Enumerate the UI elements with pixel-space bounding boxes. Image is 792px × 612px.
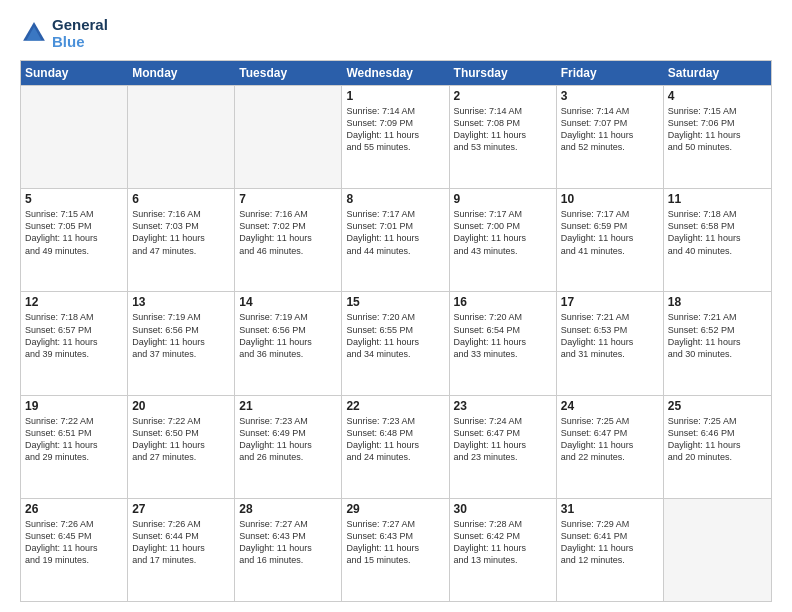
day-cell: 14Sunrise: 7:19 AM Sunset: 6:56 PM Dayli… bbox=[235, 292, 342, 394]
day-cell: 25Sunrise: 7:25 AM Sunset: 6:46 PM Dayli… bbox=[664, 396, 771, 498]
day-info: Sunrise: 7:19 AM Sunset: 6:56 PM Dayligh… bbox=[239, 311, 337, 360]
day-info: Sunrise: 7:24 AM Sunset: 6:47 PM Dayligh… bbox=[454, 415, 552, 464]
day-number: 3 bbox=[561, 89, 659, 103]
day-cell: 8Sunrise: 7:17 AM Sunset: 7:01 PM Daylig… bbox=[342, 189, 449, 291]
day-info: Sunrise: 7:15 AM Sunset: 7:06 PM Dayligh… bbox=[668, 105, 767, 154]
day-info: Sunrise: 7:16 AM Sunset: 7:03 PM Dayligh… bbox=[132, 208, 230, 257]
logo: General Blue bbox=[20, 16, 108, 50]
day-number: 9 bbox=[454, 192, 552, 206]
day-cell bbox=[235, 86, 342, 188]
day-number: 14 bbox=[239, 295, 337, 309]
day-cell: 30Sunrise: 7:28 AM Sunset: 6:42 PM Dayli… bbox=[450, 499, 557, 601]
day-cell: 9Sunrise: 7:17 AM Sunset: 7:00 PM Daylig… bbox=[450, 189, 557, 291]
day-cell: 6Sunrise: 7:16 AM Sunset: 7:03 PM Daylig… bbox=[128, 189, 235, 291]
day-info: Sunrise: 7:25 AM Sunset: 6:46 PM Dayligh… bbox=[668, 415, 767, 464]
day-info: Sunrise: 7:22 AM Sunset: 6:51 PM Dayligh… bbox=[25, 415, 123, 464]
day-cell: 22Sunrise: 7:23 AM Sunset: 6:48 PM Dayli… bbox=[342, 396, 449, 498]
day-number: 13 bbox=[132, 295, 230, 309]
day-number: 24 bbox=[561, 399, 659, 413]
day-number: 17 bbox=[561, 295, 659, 309]
day-number: 28 bbox=[239, 502, 337, 516]
day-number: 30 bbox=[454, 502, 552, 516]
day-info: Sunrise: 7:14 AM Sunset: 7:07 PM Dayligh… bbox=[561, 105, 659, 154]
day-cell: 1Sunrise: 7:14 AM Sunset: 7:09 PM Daylig… bbox=[342, 86, 449, 188]
day-info: Sunrise: 7:21 AM Sunset: 6:52 PM Dayligh… bbox=[668, 311, 767, 360]
day-number: 7 bbox=[239, 192, 337, 206]
day-header: Saturday bbox=[664, 61, 771, 85]
day-info: Sunrise: 7:17 AM Sunset: 7:01 PM Dayligh… bbox=[346, 208, 444, 257]
day-info: Sunrise: 7:18 AM Sunset: 6:58 PM Dayligh… bbox=[668, 208, 767, 257]
day-info: Sunrise: 7:27 AM Sunset: 6:43 PM Dayligh… bbox=[346, 518, 444, 567]
day-header: Monday bbox=[128, 61, 235, 85]
day-header: Wednesday bbox=[342, 61, 449, 85]
day-number: 16 bbox=[454, 295, 552, 309]
week-row: 26Sunrise: 7:26 AM Sunset: 6:45 PM Dayli… bbox=[21, 498, 771, 601]
week-row: 12Sunrise: 7:18 AM Sunset: 6:57 PM Dayli… bbox=[21, 291, 771, 394]
day-number: 31 bbox=[561, 502, 659, 516]
day-number: 5 bbox=[25, 192, 123, 206]
day-info: Sunrise: 7:14 AM Sunset: 7:08 PM Dayligh… bbox=[454, 105, 552, 154]
day-number: 27 bbox=[132, 502, 230, 516]
day-cell: 13Sunrise: 7:19 AM Sunset: 6:56 PM Dayli… bbox=[128, 292, 235, 394]
day-info: Sunrise: 7:19 AM Sunset: 6:56 PM Dayligh… bbox=[132, 311, 230, 360]
day-number: 20 bbox=[132, 399, 230, 413]
day-info: Sunrise: 7:23 AM Sunset: 6:48 PM Dayligh… bbox=[346, 415, 444, 464]
logo-icon bbox=[20, 19, 48, 47]
day-header: Sunday bbox=[21, 61, 128, 85]
day-cell: 11Sunrise: 7:18 AM Sunset: 6:58 PM Dayli… bbox=[664, 189, 771, 291]
day-cell: 7Sunrise: 7:16 AM Sunset: 7:02 PM Daylig… bbox=[235, 189, 342, 291]
day-number: 6 bbox=[132, 192, 230, 206]
day-cell: 5Sunrise: 7:15 AM Sunset: 7:05 PM Daylig… bbox=[21, 189, 128, 291]
day-number: 21 bbox=[239, 399, 337, 413]
day-cell: 2Sunrise: 7:14 AM Sunset: 7:08 PM Daylig… bbox=[450, 86, 557, 188]
header: General Blue bbox=[20, 16, 772, 50]
day-cell: 16Sunrise: 7:20 AM Sunset: 6:54 PM Dayli… bbox=[450, 292, 557, 394]
week-row: 5Sunrise: 7:15 AM Sunset: 7:05 PM Daylig… bbox=[21, 188, 771, 291]
day-cell: 26Sunrise: 7:26 AM Sunset: 6:45 PM Dayli… bbox=[21, 499, 128, 601]
day-header: Friday bbox=[557, 61, 664, 85]
day-cell: 23Sunrise: 7:24 AM Sunset: 6:47 PM Dayli… bbox=[450, 396, 557, 498]
day-number: 1 bbox=[346, 89, 444, 103]
day-number: 12 bbox=[25, 295, 123, 309]
day-info: Sunrise: 7:21 AM Sunset: 6:53 PM Dayligh… bbox=[561, 311, 659, 360]
week-row: 19Sunrise: 7:22 AM Sunset: 6:51 PM Dayli… bbox=[21, 395, 771, 498]
day-cell: 18Sunrise: 7:21 AM Sunset: 6:52 PM Dayli… bbox=[664, 292, 771, 394]
day-info: Sunrise: 7:22 AM Sunset: 6:50 PM Dayligh… bbox=[132, 415, 230, 464]
day-number: 4 bbox=[668, 89, 767, 103]
day-number: 26 bbox=[25, 502, 123, 516]
day-info: Sunrise: 7:20 AM Sunset: 6:55 PM Dayligh… bbox=[346, 311, 444, 360]
day-info: Sunrise: 7:14 AM Sunset: 7:09 PM Dayligh… bbox=[346, 105, 444, 154]
day-cell bbox=[664, 499, 771, 601]
day-info: Sunrise: 7:23 AM Sunset: 6:49 PM Dayligh… bbox=[239, 415, 337, 464]
day-info: Sunrise: 7:20 AM Sunset: 6:54 PM Dayligh… bbox=[454, 311, 552, 360]
day-info: Sunrise: 7:28 AM Sunset: 6:42 PM Dayligh… bbox=[454, 518, 552, 567]
day-info: Sunrise: 7:26 AM Sunset: 6:45 PM Dayligh… bbox=[25, 518, 123, 567]
day-number: 18 bbox=[668, 295, 767, 309]
day-cell: 24Sunrise: 7:25 AM Sunset: 6:47 PM Dayli… bbox=[557, 396, 664, 498]
day-number: 10 bbox=[561, 192, 659, 206]
day-cell: 27Sunrise: 7:26 AM Sunset: 6:44 PM Dayli… bbox=[128, 499, 235, 601]
day-cell: 12Sunrise: 7:18 AM Sunset: 6:57 PM Dayli… bbox=[21, 292, 128, 394]
day-info: Sunrise: 7:15 AM Sunset: 7:05 PM Dayligh… bbox=[25, 208, 123, 257]
day-number: 11 bbox=[668, 192, 767, 206]
weeks: 1Sunrise: 7:14 AM Sunset: 7:09 PM Daylig… bbox=[21, 85, 771, 601]
day-info: Sunrise: 7:18 AM Sunset: 6:57 PM Dayligh… bbox=[25, 311, 123, 360]
calendar: SundayMondayTuesdayWednesdayThursdayFrid… bbox=[20, 60, 772, 602]
day-cell: 28Sunrise: 7:27 AM Sunset: 6:43 PM Dayli… bbox=[235, 499, 342, 601]
day-info: Sunrise: 7:29 AM Sunset: 6:41 PM Dayligh… bbox=[561, 518, 659, 567]
day-number: 19 bbox=[25, 399, 123, 413]
day-cell: 31Sunrise: 7:29 AM Sunset: 6:41 PM Dayli… bbox=[557, 499, 664, 601]
day-cell: 10Sunrise: 7:17 AM Sunset: 6:59 PM Dayli… bbox=[557, 189, 664, 291]
day-cell: 15Sunrise: 7:20 AM Sunset: 6:55 PM Dayli… bbox=[342, 292, 449, 394]
logo-text: General Blue bbox=[52, 16, 108, 50]
day-header: Tuesday bbox=[235, 61, 342, 85]
day-number: 25 bbox=[668, 399, 767, 413]
day-cell: 19Sunrise: 7:22 AM Sunset: 6:51 PM Dayli… bbox=[21, 396, 128, 498]
day-cell: 29Sunrise: 7:27 AM Sunset: 6:43 PM Dayli… bbox=[342, 499, 449, 601]
day-number: 23 bbox=[454, 399, 552, 413]
day-info: Sunrise: 7:16 AM Sunset: 7:02 PM Dayligh… bbox=[239, 208, 337, 257]
day-cell: 17Sunrise: 7:21 AM Sunset: 6:53 PM Dayli… bbox=[557, 292, 664, 394]
day-cell: 21Sunrise: 7:23 AM Sunset: 6:49 PM Dayli… bbox=[235, 396, 342, 498]
week-row: 1Sunrise: 7:14 AM Sunset: 7:09 PM Daylig… bbox=[21, 85, 771, 188]
page: General Blue SundayMondayTuesdayWednesda… bbox=[0, 0, 792, 612]
